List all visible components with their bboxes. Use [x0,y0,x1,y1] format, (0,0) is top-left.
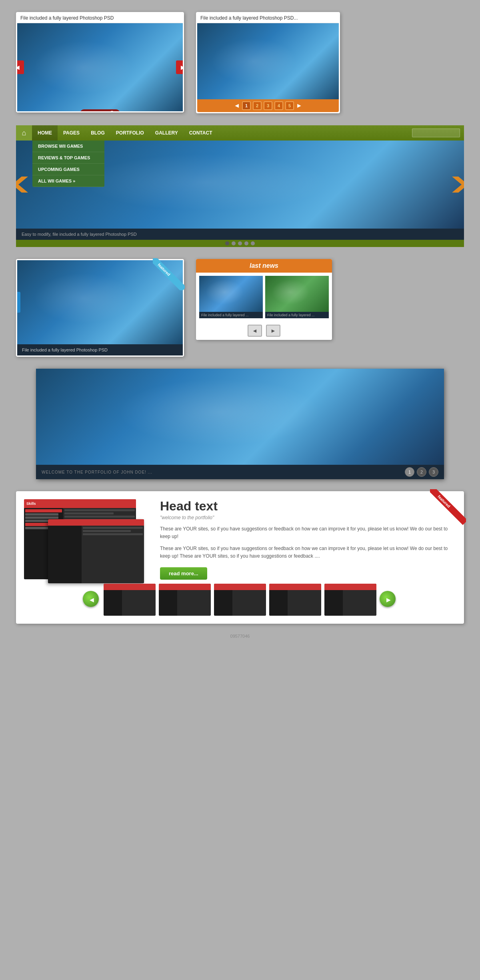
thumb-right-3 [232,590,266,616]
nav-caption: Easy to modify, file included a fully la… [22,232,137,237]
featured-down-button[interactable]: ▼ [17,302,20,313]
search-input[interactable] [412,129,460,137]
section3-row: ▲ ▼ File included a fully layered Photos… [16,259,464,357]
news-thumb-img-2 [265,276,329,312]
dropdown-item-all[interactable]: ALL WII GAMES » [32,175,104,187]
slider1-next-button[interactable] [176,60,183,74]
news-thumb-caption-2: File included a fully layered ... [265,312,329,318]
slider1-screen [17,23,183,111]
nav-slider: ⌂ HOME PAGES BLOG PORTFOLIO GALLERY CONT… [16,125,464,247]
thumb-header-1 [104,584,156,590]
slider-widget-1: File included a fully layered Photoshop … [16,12,184,112]
thumb-left-1 [104,590,122,616]
nav-dots-bar [16,240,464,247]
nav-dot-3[interactable] [238,241,242,245]
nav-item-gallery[interactable]: GALLERY [150,125,184,141]
last-news-images: File included a fully layered ... File i… [196,273,332,321]
slider-widget-2: File included a fully layered Photoshop … [196,12,340,113]
read-more-button[interactable]: read more... [160,567,207,580]
slider1-prev-button[interactable] [17,60,24,74]
slider1-dots [80,109,120,111]
nav-item-home[interactable]: HOME [32,125,58,141]
nav-home-button[interactable]: ⌂ [16,125,32,141]
portfolio-section: Skills [16,491,464,624]
wide-page-btns: 1 2 3 [405,467,438,477]
nav-dot-5[interactable] [251,241,255,245]
thumb-left-4 [269,590,288,616]
page-btn-4[interactable]: 4 [274,101,283,110]
page-btn-5[interactable]: 5 [285,101,294,110]
thumb-item-4[interactable] [269,584,321,616]
news-next-button[interactable]: ► [266,325,280,337]
wide-bottom-bar: WELCOME TO THE PORTFOLIO OF JOHN DOE! ..… [36,465,444,479]
slider2-screen [197,23,339,99]
ss-line-2 [64,512,114,514]
wide-page-btn-1[interactable]: 1 [405,467,414,477]
screenshot-header: Skills [24,499,136,508]
dropdown-item-upcoming[interactable]: UPCOMING GAMES [32,164,104,175]
last-news-header: last news [196,259,332,273]
ss-line-3 [64,516,135,518]
portfolio-ribbon [430,489,466,525]
nav-dot-4[interactable] [244,241,248,245]
page-btn-3[interactable]: 3 [264,101,272,110]
thumb-body-3 [214,590,266,616]
last-news-widget: last news File included a fully layered … [196,259,332,340]
nav-item-pages[interactable]: PAGES [58,125,85,141]
thumb-item-3[interactable] [214,584,266,616]
slider2-prev-button[interactable]: ◄ [234,102,240,109]
portfolio-text: Head text "welcome to the portfolio" The… [160,499,456,580]
news-nav: ◄ ► [196,321,332,340]
thumb-body-4 [269,590,321,616]
thumb-item-5[interactable] [324,584,376,616]
thumb-strip [24,580,456,616]
nav-bottom-bar: Easy to modify, file included a fully la… [16,229,464,240]
wide-page-btn-2[interactable]: 2 [417,467,426,477]
nav-slider-next-button[interactable] [452,177,464,193]
nav-item-portfolio[interactable]: PORTFOLIO [110,125,150,141]
screenshot-logo: Skills [26,502,36,506]
ss-item-3 [25,516,58,519]
news-thumb-img-1 [199,276,263,312]
thumb-right-4 [288,590,322,616]
thumb-item-2[interactable] [159,584,211,616]
nav-dropdown: BROWSE WII GAMES REVIEWS & TOP GAMES UPC… [32,141,104,187]
portfolio-body-text-1: These are YOUR sites, so if you have sug… [160,525,456,540]
portfolio-body-text-2: These are YOUR sites, so if you have sug… [160,545,456,560]
wide-slider-wrapper: ◄ ► WELCOME TO THE PORTFOLIO OF JOHN DOE… [16,369,464,479]
nav-dot-1[interactable] [225,241,229,245]
news-prev-button[interactable]: ◄ [248,325,262,337]
nav-slider-prev-button[interactable] [16,177,28,193]
dot-active[interactable] [110,111,114,111]
nav-bar: ⌂ HOME PAGES BLOG PORTFOLIO GALLERY CONT… [16,125,464,141]
nav-dot-2[interactable] [232,241,236,245]
ss-item-2 [25,513,58,516]
nav-item-contact[interactable]: CONTACT [184,125,218,141]
watermark: 09577046 [16,632,464,641]
thumb-item-1[interactable] [104,584,156,616]
nav-search [412,129,460,137]
thumb-left-5 [324,590,343,616]
thumb-nav-next-button[interactable] [380,591,397,608]
wide-caption: WELCOME TO THE PORTFOLIO OF JOHN DOE! ..… [42,470,152,474]
page-btn-2[interactable]: 2 [253,101,262,110]
page-btn-1[interactable]: 1 [242,101,251,110]
slider2-next-button[interactable]: ► [296,102,302,109]
news-thumb-1: File included a fully layered ... [199,276,263,318]
dropdown-item-reviews[interactable]: REVIEWS & TOP GAMES [32,152,104,164]
thumb-right-1 [122,590,156,616]
thumb-nav-prev-button[interactable] [83,591,100,608]
thumb-right-5 [343,590,377,616]
thumb-header-3 [214,584,266,590]
portfolio-screenshot-2 [48,519,144,583]
news-thumb-caption-1: File included a fully layered ... [199,312,263,318]
dropdown-item-browse[interactable]: BROWSE WII GAMES [32,141,104,152]
nav-item-blog[interactable]: BLOG [85,125,110,141]
thumb-left-2 [159,590,177,616]
portfolio-subtitle: "welcome to the portfolio" [160,515,456,520]
nav-items: HOME PAGES BLOG PORTFOLIO GALLERY CONTAC… [32,125,412,141]
thumb-header-2 [159,584,211,590]
featured-ribbon [153,258,185,290]
featured-up-button[interactable]: ▲ [17,292,20,302]
wide-page-btn-3[interactable]: 3 [429,467,438,477]
